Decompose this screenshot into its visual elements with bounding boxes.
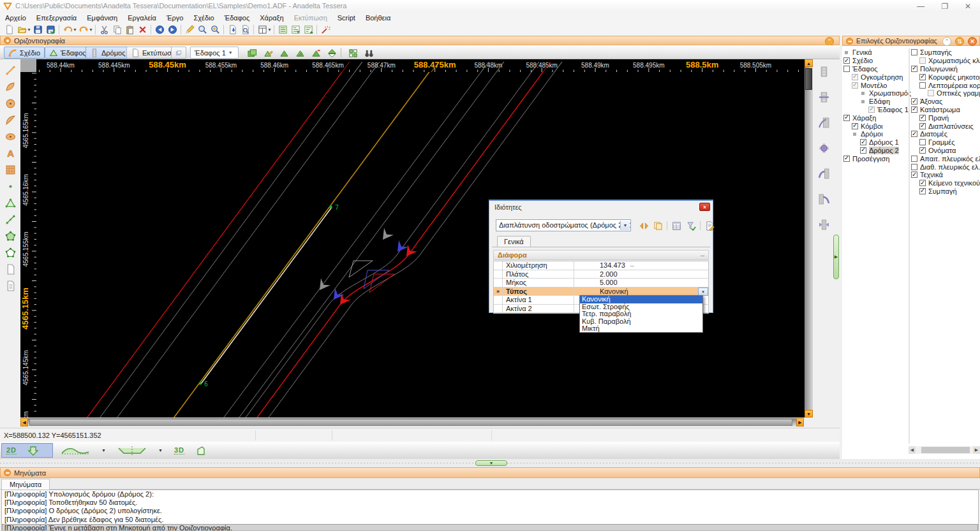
tree-item[interactable]: Χάραξη xyxy=(843,113,907,122)
checkbox[interactable] xyxy=(911,164,917,170)
checkbox[interactable] xyxy=(911,131,917,137)
copy-properties-icon[interactable] xyxy=(651,220,664,231)
road-curve-tool-button[interactable] xyxy=(815,114,833,131)
tree-item[interactable]: Οπτικές γραμμές xyxy=(911,89,980,98)
collapse-icon[interactable] xyxy=(846,38,853,45)
layout-button[interactable] xyxy=(256,24,269,35)
tri-stack-button[interactable] xyxy=(245,47,259,59)
tab-messages[interactable]: Μηνύματα xyxy=(1,479,50,490)
messages-list[interactable]: [Πληροφορία] Υπολογισμός δρόμου (Δρόμος … xyxy=(1,490,979,531)
tri-green-button[interactable] xyxy=(277,47,291,59)
surface-select-combo[interactable]: Έδαφος 1▼ xyxy=(190,47,239,59)
dropdown-option[interactable]: Κανονική xyxy=(580,296,702,303)
back-button[interactable] xyxy=(153,24,166,35)
new-doc-button[interactable] xyxy=(3,24,15,35)
road-turn-r-tool-button[interactable] xyxy=(815,191,833,207)
checkbox[interactable] xyxy=(860,139,866,145)
panel-close-button[interactable]: ✕ xyxy=(968,37,977,46)
horizontal-splitter[interactable]: ▼ xyxy=(0,459,980,467)
tree-item[interactable]: Δρόμος 2 xyxy=(843,147,907,155)
zoom-button[interactable] xyxy=(196,24,209,35)
hscroll-right-button[interactable]: ▶ xyxy=(796,418,804,426)
arc-tool-button[interactable] xyxy=(1,78,19,95)
menu-4[interactable]: Έργο xyxy=(161,13,189,23)
list-green2-button[interactable] xyxy=(289,24,302,35)
page-zoom-button[interactable] xyxy=(239,24,251,35)
message-row[interactable]: [Πληροφορία] Τοποθετήθηκαν 50 διατομές. xyxy=(2,498,978,507)
tree-item[interactable]: Προσέγγιση xyxy=(843,154,907,163)
tri-hatch-button[interactable] xyxy=(293,47,307,59)
line-tool-button[interactable] xyxy=(1,62,19,78)
section-dropdown-caret[interactable]: ▼ xyxy=(154,448,167,453)
undo-button[interactable] xyxy=(61,24,74,35)
property-value[interactable]: Κανονική▼ xyxy=(574,287,708,296)
tree-item[interactable]: Χρωματισμός κλίσεων xyxy=(911,57,980,65)
road-round-tool-button[interactable] xyxy=(815,140,833,156)
tree-item[interactable]: Απαιτ. πλευρικός ελ. χώρος xyxy=(911,154,980,163)
tri-diamond-button[interactable] xyxy=(325,47,339,59)
edit-document-icon[interactable] xyxy=(703,220,716,231)
checkbox[interactable] xyxy=(919,123,926,129)
table-view-icon[interactable] xyxy=(670,220,683,231)
checkbox[interactable] xyxy=(868,106,875,113)
tree-item[interactable]: Πρανή xyxy=(911,113,980,122)
tree-item[interactable]: Λεπτομέρεια κορυφής xyxy=(911,81,980,89)
dropdown-option[interactable]: Μικτή xyxy=(580,325,702,333)
checkbox[interactable] xyxy=(928,90,934,96)
splitter-handle[interactable]: ▼ xyxy=(475,460,507,466)
tree-item[interactable]: Γενικά xyxy=(843,48,907,57)
type-combo-button[interactable]: ▼ xyxy=(698,287,708,296)
tree-item[interactable]: Συμπαγής xyxy=(911,48,980,57)
navigate-objects-icon[interactable] xyxy=(637,220,650,231)
close-button[interactable]: ✕ xyxy=(957,0,979,13)
optscroll-thumb[interactable] xyxy=(921,447,970,453)
checkbox[interactable] xyxy=(852,74,858,80)
checkbox[interactable] xyxy=(911,98,917,105)
tree-item[interactable]: Πολυγωνική xyxy=(911,65,980,73)
tree-item[interactable]: Μοντέλο xyxy=(843,81,907,89)
tab-road[interactable]: Δρόμος xyxy=(85,47,130,59)
message-row[interactable]: [Πληροφορία] Έγινε η μετάβαση στη Μηκοτο… xyxy=(2,524,978,531)
grid-green-button[interactable] xyxy=(346,47,360,59)
list-green3-button[interactable] xyxy=(302,24,315,35)
view-3d-button[interactable]: 3D xyxy=(169,443,221,458)
property-row[interactable]: »ΤύποςΚανονική▼ xyxy=(494,287,708,296)
vscroll-down-button[interactable]: ▼ xyxy=(805,410,813,418)
pent-o-tool-button[interactable] xyxy=(1,244,19,261)
panel-collapse-button[interactable]: ⌃ xyxy=(825,37,834,46)
view-2d-button[interactable]: 2D xyxy=(1,443,53,458)
checkbox[interactable] xyxy=(919,57,926,64)
redo-button[interactable] xyxy=(77,24,90,35)
open-folder-button[interactable] xyxy=(15,24,28,35)
checkbox[interactable] xyxy=(919,115,926,121)
chevron-down-icon[interactable]: ▼ xyxy=(228,50,233,55)
circle-dot-tool-button[interactable] xyxy=(1,95,19,112)
optscroll-left-button[interactable]: ◀ xyxy=(909,446,916,454)
vscroll-thumb[interactable] xyxy=(805,68,812,90)
wand-button[interactable] xyxy=(319,24,332,35)
save-button[interactable] xyxy=(31,24,44,35)
page-l-tool-button[interactable] xyxy=(1,277,19,294)
tree-item[interactable]: Διατομές xyxy=(911,130,980,138)
tree-item[interactable]: Γραμμές xyxy=(911,138,980,147)
collapse-icon[interactable] xyxy=(4,469,11,476)
delete-button[interactable] xyxy=(136,24,149,35)
tree-item[interactable]: Σχέδιο xyxy=(843,57,907,65)
checkbox[interactable] xyxy=(919,180,926,186)
undo-dropdown-caret[interactable]: ▼ xyxy=(73,27,77,32)
layers-button[interactable] xyxy=(171,47,186,59)
filter-icon[interactable] xyxy=(685,220,697,231)
tab-drawing[interactable]: Σχέδιο xyxy=(4,47,45,59)
menu-5[interactable]: Σχέδιο xyxy=(188,13,219,23)
checkbox[interactable] xyxy=(843,57,850,64)
tree-item[interactable]: Άξονας xyxy=(911,98,980,106)
message-row[interactable]: [Πληροφορία] Ο δρόμος (Δρόμος 2) υπολογί… xyxy=(2,507,978,515)
menu-10[interactable]: Βοήθεια xyxy=(360,13,396,23)
tri-red-dot-button[interactable] xyxy=(309,47,323,59)
tri-tool-button[interactable] xyxy=(1,194,19,211)
seg-tool-button[interactable] xyxy=(1,211,19,228)
tree-item[interactable]: Κορυφές μηκοτομής xyxy=(911,73,980,81)
menu-3[interactable]: Εργαλεία xyxy=(122,13,161,23)
tree-item[interactable]: Έδαφος 1 xyxy=(843,106,907,114)
hscroll-left-button[interactable]: ◀ xyxy=(20,418,28,426)
